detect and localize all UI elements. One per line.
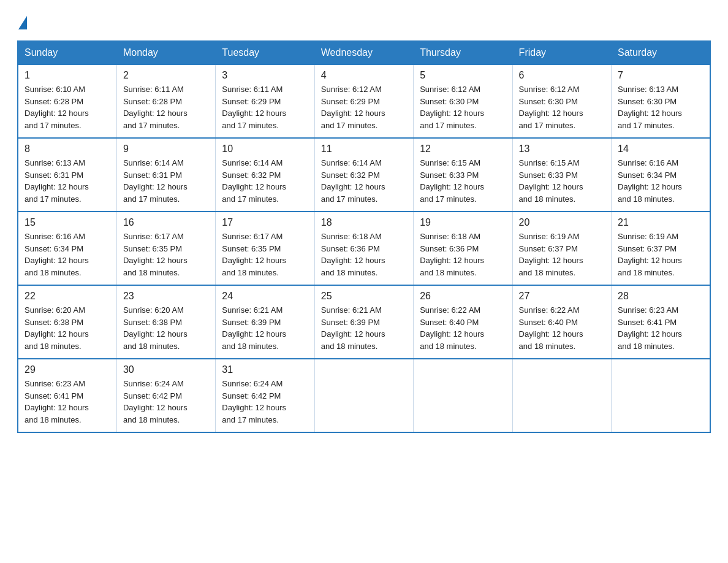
page-header <box>17 15 711 29</box>
day-info: Sunrise: 6:16 AMSunset: 6:34 PMDaylight:… <box>618 157 703 205</box>
day-info: Sunrise: 6:18 AMSunset: 6:36 PMDaylight:… <box>321 231 407 278</box>
calendar-day-cell: 23Sunrise: 6:20 AMSunset: 6:38 PMDayligh… <box>116 285 215 359</box>
day-number: 3 <box>222 70 308 81</box>
calendar-day-cell: 31Sunrise: 6:24 AMSunset: 6:42 PMDayligh… <box>216 359 314 432</box>
calendar-week-row: 29Sunrise: 6:23 AMSunset: 6:41 PMDayligh… <box>18 359 710 432</box>
day-info: Sunrise: 6:22 AMSunset: 6:40 PMDaylight:… <box>519 304 605 352</box>
weekday-header-saturday: Saturday <box>612 41 710 64</box>
day-info: Sunrise: 6:15 AMSunset: 6:33 PMDaylight:… <box>519 157 605 205</box>
calendar-week-row: 1Sunrise: 6:10 AMSunset: 6:28 PMDaylight… <box>18 64 710 138</box>
calendar-day-cell: 28Sunrise: 6:23 AMSunset: 6:41 PMDayligh… <box>612 285 710 359</box>
calendar-day-cell: 29Sunrise: 6:23 AMSunset: 6:41 PMDayligh… <box>18 359 116 432</box>
day-number: 30 <box>123 364 209 375</box>
day-number: 7 <box>618 70 703 81</box>
calendar-day-cell: 6Sunrise: 6:12 AMSunset: 6:30 PMDaylight… <box>512 64 611 138</box>
day-info: Sunrise: 6:10 AMSunset: 6:28 PMDaylight:… <box>25 83 110 131</box>
calendar-day-cell <box>612 359 710 432</box>
day-info: Sunrise: 6:11 AMSunset: 6:28 PMDaylight:… <box>123 83 209 131</box>
calendar-week-row: 15Sunrise: 6:16 AMSunset: 6:34 PMDayligh… <box>18 212 710 285</box>
calendar-day-cell: 17Sunrise: 6:17 AMSunset: 6:35 PMDayligh… <box>216 212 314 285</box>
day-number: 26 <box>420 291 506 302</box>
calendar-day-cell: 27Sunrise: 6:22 AMSunset: 6:40 PMDayligh… <box>512 285 611 359</box>
calendar-day-cell: 19Sunrise: 6:18 AMSunset: 6:36 PMDayligh… <box>414 212 512 285</box>
day-info: Sunrise: 6:15 AMSunset: 6:33 PMDaylight:… <box>420 157 506 205</box>
weekday-header-row: SundayMondayTuesdayWednesdayThursdayFrid… <box>18 41 710 64</box>
day-number: 11 <box>321 144 407 155</box>
day-number: 4 <box>321 70 407 81</box>
day-info: Sunrise: 6:17 AMSunset: 6:35 PMDaylight:… <box>123 231 209 278</box>
day-number: 16 <box>123 217 209 228</box>
day-info: Sunrise: 6:12 AMSunset: 6:30 PMDaylight:… <box>519 83 605 131</box>
day-info: Sunrise: 6:14 AMSunset: 6:32 PMDaylight:… <box>321 157 407 205</box>
weekday-header-tuesday: Tuesday <box>216 41 314 64</box>
calendar-day-cell: 11Sunrise: 6:14 AMSunset: 6:32 PMDayligh… <box>314 138 413 212</box>
calendar-day-cell: 1Sunrise: 6:10 AMSunset: 6:28 PMDaylight… <box>18 64 116 138</box>
weekday-header-wednesday: Wednesday <box>314 41 413 64</box>
day-number: 9 <box>123 144 209 155</box>
calendar-day-cell: 25Sunrise: 6:21 AMSunset: 6:39 PMDayligh… <box>314 285 413 359</box>
day-number: 31 <box>222 364 308 375</box>
day-number: 8 <box>25 144 110 155</box>
calendar-day-cell: 7Sunrise: 6:13 AMSunset: 6:30 PMDaylight… <box>612 64 710 138</box>
calendar-day-cell: 18Sunrise: 6:18 AMSunset: 6:36 PMDayligh… <box>314 212 413 285</box>
calendar-day-cell: 14Sunrise: 6:16 AMSunset: 6:34 PMDayligh… <box>612 138 710 212</box>
day-info: Sunrise: 6:19 AMSunset: 6:37 PMDaylight:… <box>519 231 605 278</box>
calendar-day-cell <box>512 359 611 432</box>
logo-triangle-icon <box>18 16 27 29</box>
calendar-day-cell: 13Sunrise: 6:15 AMSunset: 6:33 PMDayligh… <box>512 138 611 212</box>
day-number: 13 <box>519 144 605 155</box>
calendar-day-cell: 3Sunrise: 6:11 AMSunset: 6:29 PMDaylight… <box>216 64 314 138</box>
calendar-day-cell: 24Sunrise: 6:21 AMSunset: 6:39 PMDayligh… <box>216 285 314 359</box>
day-info: Sunrise: 6:13 AMSunset: 6:31 PMDaylight:… <box>25 157 110 205</box>
day-number: 21 <box>618 217 703 228</box>
calendar-day-cell: 2Sunrise: 6:11 AMSunset: 6:28 PMDaylight… <box>116 64 215 138</box>
day-info: Sunrise: 6:22 AMSunset: 6:40 PMDaylight:… <box>420 304 506 352</box>
day-info: Sunrise: 6:23 AMSunset: 6:41 PMDaylight:… <box>25 378 110 426</box>
day-number: 1 <box>25 70 110 81</box>
calendar-day-cell: 22Sunrise: 6:20 AMSunset: 6:38 PMDayligh… <box>18 285 116 359</box>
day-info: Sunrise: 6:20 AMSunset: 6:38 PMDaylight:… <box>123 304 209 352</box>
calendar-day-cell: 15Sunrise: 6:16 AMSunset: 6:34 PMDayligh… <box>18 212 116 285</box>
day-number: 29 <box>25 364 110 375</box>
day-number: 23 <box>123 291 209 302</box>
calendar-day-cell: 16Sunrise: 6:17 AMSunset: 6:35 PMDayligh… <box>116 212 215 285</box>
day-info: Sunrise: 6:11 AMSunset: 6:29 PMDaylight:… <box>222 83 308 131</box>
day-number: 25 <box>321 291 407 302</box>
day-number: 14 <box>618 144 703 155</box>
day-info: Sunrise: 6:14 AMSunset: 6:31 PMDaylight:… <box>123 157 209 205</box>
calendar-day-cell: 30Sunrise: 6:24 AMSunset: 6:42 PMDayligh… <box>116 359 215 432</box>
day-number: 19 <box>420 217 506 228</box>
calendar-day-cell: 10Sunrise: 6:14 AMSunset: 6:32 PMDayligh… <box>216 138 314 212</box>
day-number: 17 <box>222 217 308 228</box>
logo <box>17 15 27 29</box>
calendar-day-cell <box>314 359 413 432</box>
day-info: Sunrise: 6:24 AMSunset: 6:42 PMDaylight:… <box>222 378 308 426</box>
day-info: Sunrise: 6:12 AMSunset: 6:29 PMDaylight:… <box>321 83 407 131</box>
day-number: 15 <box>25 217 110 228</box>
calendar-week-row: 8Sunrise: 6:13 AMSunset: 6:31 PMDaylight… <box>18 138 710 212</box>
calendar-day-cell: 12Sunrise: 6:15 AMSunset: 6:33 PMDayligh… <box>414 138 512 212</box>
day-info: Sunrise: 6:23 AMSunset: 6:41 PMDaylight:… <box>618 304 703 352</box>
day-info: Sunrise: 6:13 AMSunset: 6:30 PMDaylight:… <box>618 83 703 131</box>
calendar-day-cell: 4Sunrise: 6:12 AMSunset: 6:29 PMDaylight… <box>314 64 413 138</box>
day-number: 18 <box>321 217 407 228</box>
day-number: 2 <box>123 70 209 81</box>
weekday-header-thursday: Thursday <box>414 41 512 64</box>
calendar-day-cell: 8Sunrise: 6:13 AMSunset: 6:31 PMDaylight… <box>18 138 116 212</box>
calendar-day-cell: 26Sunrise: 6:22 AMSunset: 6:40 PMDayligh… <box>414 285 512 359</box>
day-info: Sunrise: 6:14 AMSunset: 6:32 PMDaylight:… <box>222 157 308 205</box>
day-info: Sunrise: 6:16 AMSunset: 6:34 PMDaylight:… <box>25 231 110 278</box>
day-number: 20 <box>519 217 605 228</box>
day-info: Sunrise: 6:21 AMSunset: 6:39 PMDaylight:… <box>321 304 407 352</box>
calendar-table: SundayMondayTuesdayWednesdayThursdayFrid… <box>17 40 711 433</box>
day-info: Sunrise: 6:17 AMSunset: 6:35 PMDaylight:… <box>222 231 308 278</box>
day-number: 10 <box>222 144 308 155</box>
day-number: 6 <box>519 70 605 81</box>
calendar-day-cell: 21Sunrise: 6:19 AMSunset: 6:37 PMDayligh… <box>612 212 710 285</box>
weekday-header-monday: Monday <box>116 41 215 64</box>
calendar-day-cell: 5Sunrise: 6:12 AMSunset: 6:30 PMDaylight… <box>414 64 512 138</box>
calendar-day-cell: 9Sunrise: 6:14 AMSunset: 6:31 PMDaylight… <box>116 138 215 212</box>
calendar-day-cell <box>414 359 512 432</box>
weekday-header-sunday: Sunday <box>18 41 116 64</box>
day-info: Sunrise: 6:24 AMSunset: 6:42 PMDaylight:… <box>123 378 209 426</box>
